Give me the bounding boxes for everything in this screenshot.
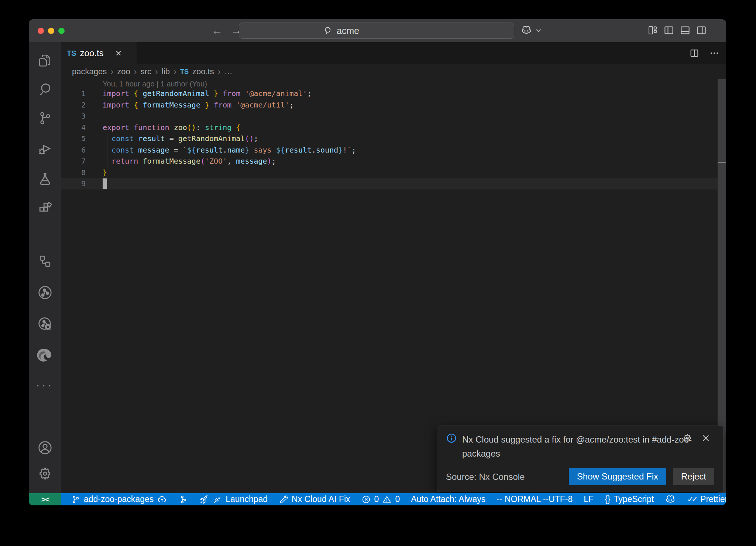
chevron-down-icon (535, 27, 542, 34)
activity-bar: ··· (29, 42, 61, 493)
run-debug-icon[interactable] (29, 139, 61, 160)
show-suggested-fix-button[interactable]: Show Suggested Fix (569, 468, 666, 485)
copilot-menu-button[interactable] (520, 24, 542, 36)
settings-gear-icon[interactable] (29, 463, 61, 484)
breadcrumb-file[interactable]: zoo.ts (192, 67, 214, 76)
remote-indicator[interactable]: >< (29, 493, 61, 505)
line-number: 6 (61, 144, 86, 156)
line-number: 2 (61, 99, 86, 111)
nx-graph-search-icon[interactable] (29, 314, 61, 334)
code-line[interactable]: 9 (61, 178, 726, 190)
command-center[interactable]: acme (239, 23, 514, 39)
breadcrumb-item[interactable]: zoo (117, 67, 130, 76)
tab-label: zoo.ts (80, 48, 104, 58)
code-line[interactable]: 3 (61, 110, 726, 122)
breadcrumb-separator: › (155, 66, 158, 77)
nx-project-graph-icon[interactable] (29, 282, 61, 303)
zoom-window-button[interactable] (58, 28, 65, 34)
extensions-icon[interactable] (29, 198, 61, 219)
code-text: return formatMessage('ZOO', message); (103, 156, 276, 167)
code-line[interactable]: 5 const result = getRandomAnimal(); (61, 133, 726, 144)
typescript-file-icon: TS (67, 49, 76, 58)
launchpad-label: Launchpad (226, 494, 268, 504)
line-number: 3 (61, 110, 86, 122)
customize-layout-icon[interactable] (647, 25, 658, 36)
tab-zoo-ts[interactable]: TS zoo.ts (61, 42, 137, 64)
tab-strip: TS zoo.ts (61, 42, 726, 64)
vim-mode-item[interactable]: -- NORMAL -- (496, 494, 549, 504)
eol-item[interactable]: LF (584, 494, 594, 504)
close-window-button[interactable] (38, 28, 44, 34)
code-text: const result = getRandomAnimal(); (103, 133, 258, 144)
nx-project-details-item[interactable] (178, 495, 188, 504)
code-text: import { formatMessage } from '@acme/uti… (103, 99, 294, 111)
nx-cloud-ai-fix-label: Nx Cloud AI Fix (292, 494, 350, 504)
breadcrumb-item[interactable]: src (141, 67, 151, 76)
reject-button[interactable]: Reject (673, 468, 714, 485)
eol-label: LF (584, 494, 594, 504)
language-label: TypeScript (614, 494, 654, 504)
search-view-icon[interactable] (29, 79, 61, 100)
problems-item[interactable]: 0 0 (361, 494, 400, 504)
notification-settings-icon[interactable] (682, 433, 693, 444)
launchpad-item[interactable]: Launchpad (199, 494, 268, 505)
overview-ruler-cursor-mark (718, 162, 726, 163)
auto-attach-label: Auto Attach: Always (411, 494, 485, 504)
encoding-label: UTF-8 (549, 494, 573, 504)
error-circle-icon (361, 495, 371, 504)
navigate-back-button[interactable]: ← (211, 19, 223, 42)
code-line[interactable]: 4export function zoo(): string { (61, 122, 726, 133)
toggle-secondary-sidebar-icon[interactable] (696, 25, 707, 36)
typescript-file-icon: TS (180, 68, 189, 76)
code-text: const message = `${result.name} says ${r… (103, 144, 356, 156)
rocket-icon (199, 494, 209, 505)
toggle-panel-icon[interactable] (680, 25, 691, 36)
braces-icon: {} (605, 494, 610, 504)
code-text: export function zoo(): string { (103, 122, 240, 133)
nx-console-icon[interactable] (29, 251, 61, 272)
code-line[interactable]: 8} (61, 167, 726, 178)
source-control-icon[interactable] (29, 108, 61, 129)
edge-browser-icon[interactable] (29, 345, 61, 366)
breadcrumb-separator: › (218, 66, 221, 77)
git-branch-item[interactable]: add-zoo-packages (71, 494, 167, 505)
code-line[interactable]: 2import { formatMessage } from '@acme/ut… (61, 99, 726, 111)
status-bar: >< add-zoo-packages (29, 493, 726, 505)
auto-attach-item[interactable]: Auto Attach: Always (411, 494, 485, 504)
prettier-item[interactable]: ✓✓ Prettier (687, 494, 726, 504)
minimize-window-button[interactable] (48, 28, 54, 34)
explorer-icon[interactable] (29, 50, 61, 71)
accounts-icon[interactable] (29, 437, 61, 458)
code-text: } (103, 167, 107, 178)
vim-mode-label: -- NORMAL -- (496, 494, 549, 504)
copilot-icon (520, 24, 532, 36)
notification-close-icon[interactable] (701, 433, 711, 443)
toggle-primary-sidebar-icon[interactable] (663, 25, 674, 36)
warnings-count: 0 (395, 494, 400, 504)
line-number: 1 (61, 88, 86, 99)
editor-more-actions-icon[interactable] (709, 48, 719, 58)
source-branch-icon (71, 495, 80, 504)
nx-cloud-ai-fix-item[interactable]: Nx Cloud AI Fix (279, 494, 350, 504)
code-line[interactable]: 1import { getRandomAnimal } from '@acme/… (61, 88, 726, 99)
notification-toast: Nx Cloud suggested a fix for @acme/zoo:t… (437, 426, 724, 492)
wrench-icon (279, 495, 288, 504)
project-details-icon (178, 495, 188, 504)
line-number: 5 (61, 133, 86, 144)
encoding-item[interactable]: UTF-8 (549, 494, 573, 504)
line-number: 7 (61, 156, 86, 167)
testing-icon[interactable] (29, 168, 61, 189)
code-line[interactable]: 7 return formatMessage('ZOO', message); (61, 156, 726, 167)
tab-close-icon[interactable] (114, 49, 123, 58)
breadcrumb-more[interactable]: … (224, 67, 233, 76)
code-text: import { getRandomAnimal } from '@acme/a… (103, 88, 312, 99)
breadcrumb-item[interactable]: packages (72, 67, 107, 76)
more-views-icon[interactable]: ··· (29, 375, 61, 395)
copilot-status-item[interactable] (665, 494, 676, 505)
breadcrumb-separator: › (173, 66, 176, 77)
info-icon (446, 433, 457, 461)
breadcrumb-item[interactable]: lib (162, 67, 170, 76)
split-editor-icon[interactable] (689, 48, 700, 58)
code-line[interactable]: 6 const message = `${result.name} says $… (61, 144, 726, 156)
language-mode-item[interactable]: {} TypeScript (605, 494, 654, 504)
